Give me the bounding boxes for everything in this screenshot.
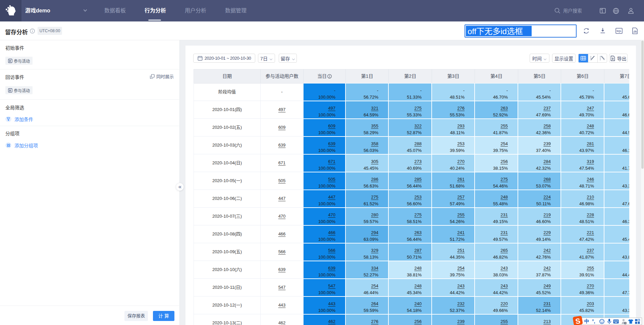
svg-text:SQL: SQL (616, 30, 622, 33)
svg-text:S: S (625, 322, 626, 324)
